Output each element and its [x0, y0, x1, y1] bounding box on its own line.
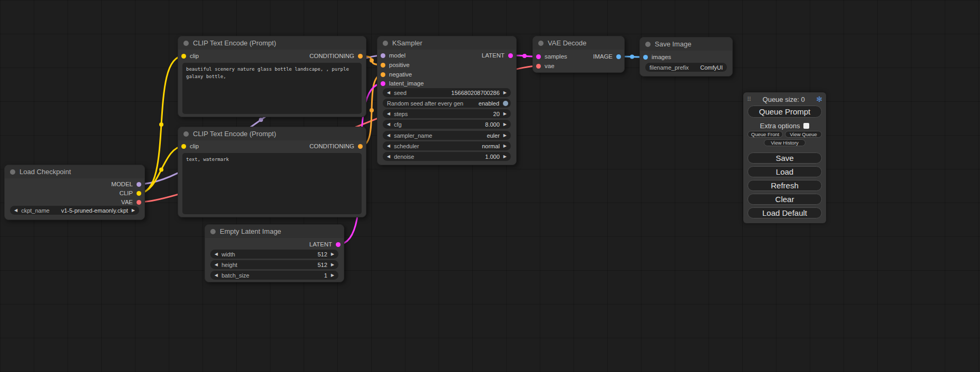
decrement-arrow-icon[interactable]: ◀: [387, 144, 390, 148]
node-clip-text-encode-positive[interactable]: CLIP Text Encode (Prompt) clip CONDITION…: [178, 36, 366, 117]
clear-button[interactable]: Clear: [748, 194, 822, 205]
decrement-arrow-icon[interactable]: ◀: [387, 122, 390, 127]
node-clip-text-encode-negative[interactable]: CLIP Text Encode (Prompt) clip CONDITION…: [178, 127, 366, 217]
decrement-arrow-icon[interactable]: ◀: [215, 252, 218, 256]
increment-arrow-icon[interactable]: ▶: [132, 208, 135, 213]
increment-arrow-icon[interactable]: ▶: [503, 155, 507, 159]
seed-widget[interactable]: ◀ seed 156680208700286 ▶: [383, 88, 511, 97]
increment-arrow-icon[interactable]: ▶: [331, 273, 334, 278]
latent-image-input-slot[interactable]: [381, 81, 385, 86]
random-seed-toggle-widget[interactable]: Random seed after every gen enabled: [383, 99, 511, 108]
increment-arrow-icon[interactable]: ▶: [503, 122, 507, 127]
conditioning-output-slot[interactable]: [358, 144, 363, 149]
model-input-slot[interactable]: [381, 53, 385, 58]
filename-prefix-widget[interactable]: filename_prefix ComfyUI: [645, 63, 727, 72]
node-save-image[interactable]: Save Image images filename_prefix ComfyU…: [639, 37, 733, 77]
node-collapse-icon[interactable]: [383, 41, 388, 46]
widget-name: filename_prefix: [649, 64, 689, 71]
node-title-bar[interactable]: Empty Latent Image: [205, 225, 344, 238]
input-slot-row-positive: positive: [381, 61, 410, 69]
node-collapse-icon[interactable]: [183, 131, 189, 137]
queue-prompt-button[interactable]: Queue Prompt: [748, 106, 822, 118]
cfg-widget[interactable]: ◀ cfg 8.000 ▶: [383, 120, 511, 129]
latent-output-slot[interactable]: [508, 53, 513, 58]
node-collapse-icon[interactable]: [210, 229, 216, 234]
samples-input-slot[interactable]: [536, 54, 541, 59]
node-title-bar[interactable]: VAE Decode: [533, 36, 624, 50]
decrement-arrow-icon[interactable]: ◀: [387, 133, 390, 138]
node-title-bar[interactable]: CLIP Text Encode (Prompt): [178, 127, 366, 140]
denoise-widget[interactable]: ◀ denoise 1.000 ▶: [383, 152, 511, 161]
view-queue-button[interactable]: View Queue: [785, 131, 822, 138]
increment-arrow-icon[interactable]: ▶: [503, 91, 507, 95]
node-title-bar[interactable]: Load Checkpoint: [5, 165, 144, 178]
conditioning-output-slot[interactable]: [358, 54, 363, 59]
scheduler-widget[interactable]: ◀ scheduler normal ▶: [383, 141, 511, 150]
view-history-button[interactable]: View History: [764, 139, 806, 146]
image-output-slot[interactable]: [616, 54, 621, 59]
clip-output-slot[interactable]: [137, 191, 141, 196]
node-title-bar[interactable]: CLIP Text Encode (Prompt): [178, 36, 366, 50]
node-title: CLIP Text Encode (Prompt): [193, 39, 276, 47]
clip-input-slot[interactable]: [181, 144, 186, 149]
node-title-bar[interactable]: KSampler: [377, 36, 516, 50]
positive-input-slot[interactable]: [381, 63, 385, 68]
prompt-textarea[interactable]: beautiful scenery nature glass bottle la…: [182, 63, 362, 114]
conditioning-link-midpoint-dot[interactable]: [370, 108, 374, 112]
node-vae-decode[interactable]: VAE Decode samples vae IMAGE: [532, 36, 625, 73]
decrement-arrow-icon[interactable]: ◀: [215, 263, 218, 267]
queue-front-button[interactable]: Queue Front: [748, 131, 783, 138]
decrement-arrow-icon[interactable]: ◀: [387, 155, 390, 159]
node-empty-latent-image[interactable]: Empty Latent Image LATENT ◀ width 512 ▶ …: [205, 224, 344, 282]
increment-arrow-icon[interactable]: ▶: [503, 144, 507, 148]
vae-output-slot[interactable]: [137, 200, 141, 205]
decrement-arrow-icon[interactable]: ◀: [387, 91, 390, 95]
node-collapse-icon[interactable]: [183, 41, 189, 46]
images-input-slot[interactable]: [643, 55, 648, 60]
increment-arrow-icon[interactable]: ▶: [331, 263, 334, 267]
decrement-arrow-icon[interactable]: ◀: [387, 112, 390, 116]
load-default-button[interactable]: Load Default: [748, 207, 822, 218]
model-link-midpoint-dot[interactable]: [259, 118, 263, 122]
batch-size-widget[interactable]: ◀ batch_size 1 ▶: [210, 271, 338, 280]
graph-canvas[interactable]: { "icons": { "left_arrow": "◀", "right_a…: [0, 0, 980, 372]
slot-label: negative: [389, 71, 412, 78]
clip-link-midpoint-dot[interactable]: [159, 122, 163, 127]
node-title-bar[interactable]: Save Image: [640, 37, 732, 51]
conditioning-link-midpoint-dot[interactable]: [370, 59, 374, 63]
image-link-midpoint-dot[interactable]: [630, 55, 634, 59]
ckpt-name-widget[interactable]: ◀ ckpt_name v1-5-pruned-emaonly.ckpt ▶: [10, 206, 139, 215]
prompt-textarea[interactable]: text, watermark: [182, 153, 362, 214]
clip-link-midpoint-dot[interactable]: [159, 168, 163, 172]
extra-options-row: Extra options: [743, 122, 826, 129]
drag-handle-icon[interactable]: ⠿: [747, 97, 751, 102]
decrement-arrow-icon[interactable]: ◀: [14, 208, 17, 213]
increment-arrow-icon[interactable]: ▶: [503, 112, 507, 116]
load-button[interactable]: Load: [748, 166, 822, 177]
increment-arrow-icon[interactable]: ▶: [331, 252, 334, 256]
settings-gear-icon[interactable]: ✻: [816, 96, 822, 103]
node-ksampler[interactable]: KSampler model positive negative latent_…: [377, 36, 517, 165]
node-collapse-icon[interactable]: [538, 41, 544, 46]
increment-arrow-icon[interactable]: ▶: [503, 133, 507, 138]
width-widget[interactable]: ◀ width 512 ▶: [210, 250, 338, 259]
model-output-slot[interactable]: [137, 182, 141, 187]
node-load-checkpoint[interactable]: Load Checkpoint MODEL CLIP VAE ◀ ckpt_na…: [4, 165, 145, 220]
sampler-name-widget[interactable]: ◀ sampler_name euler ▶: [383, 131, 511, 140]
height-widget[interactable]: ◀ height 512 ▶: [210, 260, 338, 269]
queue-panel[interactable]: ⠿ Queue size: 0 ✻ Queue Prompt Extra opt…: [743, 92, 826, 223]
decrement-arrow-icon[interactable]: ◀: [215, 273, 218, 278]
steps-widget[interactable]: ◀ steps 20 ▶: [383, 109, 511, 118]
latent-link-midpoint-dot[interactable]: [522, 54, 527, 58]
vae-input-slot[interactable]: [536, 64, 541, 69]
clip-input-slot[interactable]: [181, 54, 186, 59]
toggle-knob-icon[interactable]: [503, 101, 508, 106]
negative-input-slot[interactable]: [381, 72, 385, 77]
refresh-button[interactable]: Refresh: [748, 180, 822, 191]
node-collapse-icon[interactable]: [10, 169, 15, 175]
extra-options-checkbox[interactable]: [803, 123, 809, 129]
node-collapse-icon[interactable]: [645, 42, 651, 47]
widget-value: 8.000: [405, 121, 500, 128]
latent-output-slot[interactable]: [336, 242, 341, 247]
save-button[interactable]: Save: [748, 152, 822, 164]
